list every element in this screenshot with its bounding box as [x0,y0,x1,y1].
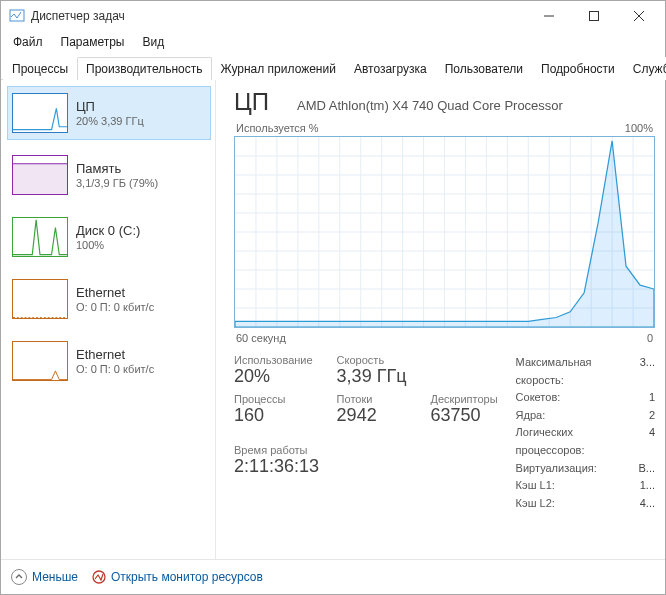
cpu-detail-list: Максимальная скорость:3... Сокетов:1 Ядр… [516,354,655,512]
stats-area: Использование 20% Скорость 3,39 ГГц Проц… [234,354,655,512]
sidebar-item-ethernet-0[interactable]: Ethernet О: 0 П: 0 кбит/с [7,272,211,326]
tab-details[interactable]: Подробности [532,57,624,80]
memory-thumb-icon [12,155,68,195]
fewer-details-label: Меньше [32,570,78,584]
sidebar: ЦП 20% 3,39 ГГц Память 3,1/3,9 ГБ (79%) [1,80,216,559]
title-bar[interactable]: Диспетчер задач [1,1,665,31]
maxspeed-key: Максимальная скорость: [516,354,637,389]
sidebar-cpu-title: ЦП [76,99,144,114]
l2-val: 4... [637,495,655,513]
sidebar-eth0-title: Ethernet [76,285,154,300]
proc-label: Процессы [234,393,313,405]
menu-options[interactable]: Параметры [53,33,133,51]
maximize-button[interactable] [571,1,616,31]
l1-val: 1... [637,477,655,495]
sidebar-eth1-title: Ethernet [76,347,154,362]
thread-label: Потоки [337,393,407,405]
logical-key: Логических процессоров: [516,424,637,459]
sockets-val: 1 [637,389,655,407]
sidebar-disk-title: Диск 0 (C:) [76,223,140,238]
tab-services[interactable]: Службы [624,57,666,80]
content-area: ЦП 20% 3,39 ГГц Память 3,1/3,9 ГБ (79%) [1,80,665,559]
chart-bottom-left-label: 60 секунд [236,332,286,344]
tab-performance[interactable]: Производительность [77,57,211,80]
maxspeed-val: 3... [637,354,655,389]
app-icon [9,8,25,24]
speed-value: 3,39 ГГц [337,366,407,387]
footer-bar: Меньше Открыть монитор ресурсов [1,559,665,594]
chart-top-right-label: 100% [625,122,653,134]
util-label: Использование [234,354,313,366]
sockets-key: Сокетов: [516,389,561,407]
sidebar-eth1-sub: О: 0 П: 0 кбит/с [76,363,154,375]
cpu-thumb-icon [12,93,68,133]
open-resource-monitor-label: Открыть монитор ресурсов [111,570,263,584]
thread-value: 2942 [337,405,407,426]
disk-thumb-icon [12,217,68,257]
svg-rect-5 [13,164,67,195]
cpu-usage-chart [234,136,655,328]
virt-key: Виртуализация: [516,460,597,478]
sidebar-memory-sub: 3,1/3,9 ГБ (79%) [76,177,158,189]
chart-bottom-right-label: 0 [647,332,653,344]
chart-top-left-label: Используется % [236,122,319,134]
minimize-button[interactable] [526,1,571,31]
sidebar-eth0-sub: О: 0 П: 0 кбит/с [76,301,154,313]
ethernet-thumb-icon [12,279,68,319]
sidebar-item-disk[interactable]: Диск 0 (C:) 100% [7,210,211,264]
tab-strip: Процессы Производительность Журнал прило… [1,55,665,80]
logical-val: 4 [637,424,655,459]
fewer-details-button[interactable]: Меньше [11,569,78,585]
resource-monitor-icon [92,570,106,584]
page-title: ЦП [234,88,269,116]
ethernet-thumb-icon [12,341,68,381]
menu-file[interactable]: Файл [5,33,51,51]
open-resource-monitor-link[interactable]: Открыть монитор ресурсов [92,570,263,584]
uptime-label: Время работы [234,444,498,456]
virt-val: В... [637,460,655,478]
task-manager-window: Диспетчер задач Файл Параметры Вид Проце… [0,0,666,595]
uptime-value: 2:11:36:13 [234,456,498,477]
menu-bar: Файл Параметры Вид [1,31,665,53]
proc-value: 160 [234,405,313,426]
handle-label: Дескрипторы [430,393,497,405]
speed-label: Скорость [337,354,407,366]
window-title: Диспетчер задач [31,9,125,23]
util-value: 20% [234,366,313,387]
cores-key: Ядра: [516,407,546,425]
cores-val: 2 [637,407,655,425]
main-panel: ЦП AMD Athlon(tm) X4 740 Quad Core Proce… [216,80,665,559]
sidebar-item-cpu[interactable]: ЦП 20% 3,39 ГГц [7,86,211,140]
sidebar-item-memory[interactable]: Память 3,1/3,9 ГБ (79%) [7,148,211,202]
sidebar-cpu-sub: 20% 3,39 ГГц [76,115,144,127]
tab-apphistory[interactable]: Журнал приложений [212,57,345,80]
sidebar-item-ethernet-1[interactable]: Ethernet О: 0 П: 0 кбит/с [7,334,211,388]
cpu-model-label: AMD Athlon(tm) X4 740 Quad Core Processo… [297,98,563,113]
sidebar-disk-sub: 100% [76,239,140,251]
handle-value: 63750 [430,405,497,426]
close-button[interactable] [616,1,661,31]
sidebar-memory-title: Память [76,161,158,176]
chevron-up-icon [11,569,27,585]
tab-processes[interactable]: Процессы [3,57,77,80]
svg-rect-2 [589,12,598,21]
tab-startup[interactable]: Автозагрузка [345,57,436,80]
l1-key: Кэш L1: [516,477,555,495]
l2-key: Кэш L2: [516,495,555,513]
menu-view[interactable]: Вид [134,33,172,51]
tab-users[interactable]: Пользователи [436,57,532,80]
